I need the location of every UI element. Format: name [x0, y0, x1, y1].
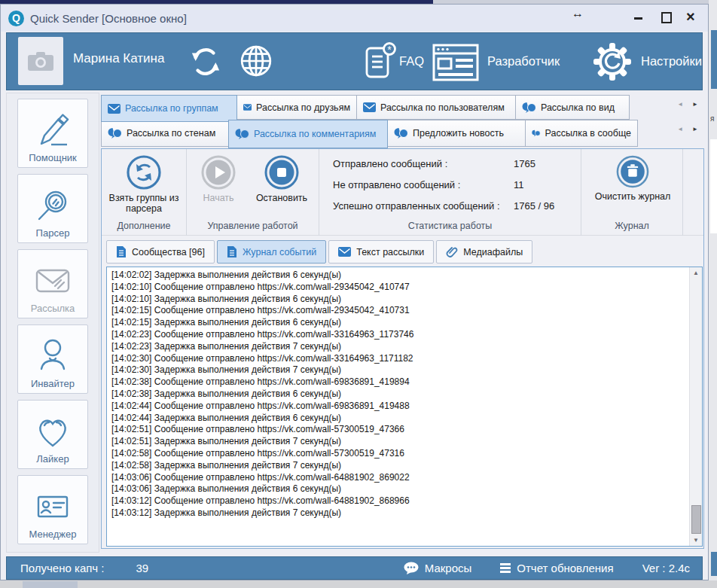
stat-success-value: 1765 / 96 — [514, 200, 554, 212]
log-scrollbar[interactable]: ▲ ▼ — [689, 267, 702, 546]
account-name: Марина Катина — [73, 51, 164, 66]
speech-bubble-icon — [404, 562, 419, 574]
tab-row-1: Рассылка по группам Рассылка по друзьям … — [101, 95, 704, 122]
avatar[interactable] — [18, 37, 63, 85]
maximize-button[interactable] — [661, 12, 672, 23]
subtab-label: Медиафайлы — [463, 247, 523, 257]
chat-bubbles-icon — [108, 128, 122, 139]
envelope-icon — [33, 261, 72, 300]
gear-icon — [592, 41, 633, 82]
tab-mailing-video[interactable]: Рассылка по вид — [515, 95, 630, 120]
subtab-media-files[interactable]: Медиафайлы — [436, 240, 532, 264]
sidebar-item-helper[interactable]: Помощник — [17, 99, 88, 168]
log-line: [14:02:10] Задержка выполнения действия … — [111, 294, 688, 306]
tab-label: Рассылка по группам — [125, 103, 218, 114]
sidebar-label: Парсер — [36, 227, 70, 239]
stop-label: Остановить — [256, 193, 307, 203]
captcha-count: 39 — [136, 562, 149, 574]
sub-tab-bar: Сообщества [96] Журнал событий Текст рас… — [106, 240, 532, 264]
right-edge-text-fragment: я — [710, 114, 714, 123]
log-line: [14:02:58] Задержка выполнения действия … — [111, 460, 688, 472]
sidebar-item-manager[interactable]: Менеджер — [17, 475, 88, 544]
group-label-journal: Журнал — [581, 221, 682, 231]
stat-sent-value: 1765 — [514, 158, 535, 169]
status-bar: Получено капч : 39 Макросы Отчет обновле… — [6, 556, 703, 580]
title-bar: Q Quick Sender [Основное окно] ↔ × — [1, 5, 708, 32]
captcha-label: Получено капч : — [20, 562, 105, 574]
sidebar-item-inviter[interactable]: Инвайтер — [17, 324, 88, 394]
log-line: [14:02:10] Сообщение отправлено https://… — [111, 282, 688, 294]
log-line: [14:02:44] Задержка выполнения действия … — [111, 413, 688, 425]
globe-button[interactable] — [239, 44, 273, 78]
log-line: [14:02:58] Сообщение отправлено https://… — [111, 448, 688, 460]
start-button[interactable]: Начать — [190, 155, 247, 203]
tab-mailing-communities[interactable]: Рассылка в сообще — [525, 120, 638, 147]
scroll-left-icon[interactable]: ◄ — [677, 126, 683, 133]
scroll-right-icon[interactable]: ► — [692, 101, 698, 108]
log-line: [14:02:15] Сообщение отправлено https://… — [111, 305, 688, 317]
tab-suggest-news[interactable]: Предложить новость — [387, 120, 526, 147]
scroll-down-icon[interactable]: ▼ — [690, 537, 702, 544]
close-button[interactable]: × — [686, 8, 695, 26]
log-line: [14:02:15] Задержка выполнения действия … — [111, 317, 688, 329]
ribbon-group-stats: Отправлено сообщений : 1765 Не отправлен… — [319, 149, 581, 236]
scrollbar-thumb[interactable] — [691, 505, 701, 534]
trash-icon — [616, 155, 649, 188]
chat-bubbles-icon — [394, 128, 408, 139]
resize-icon[interactable]: ↔ — [572, 7, 584, 20]
settings-label[interactable]: Настройки — [641, 54, 702, 69]
bottom-edge-background — [0, 580, 717, 588]
tab-mailing-friends[interactable]: Рассылка по друзьям — [236, 95, 357, 120]
log-line: [14:02:51] Задержка выполнения действия … — [111, 436, 688, 448]
refresh-icon — [190, 46, 221, 78]
tab-mailing-users[interactable]: Рассылка по пользователям — [356, 95, 516, 120]
log-line: [14:02:44] Сообщение отправлено https://… — [111, 401, 688, 413]
update-report-button[interactable]: Отчет обновления — [500, 562, 613, 574]
tab-mailing-comments[interactable]: Рассылка по комментариям — [228, 120, 388, 148]
settings-button[interactable] — [592, 41, 633, 82]
scroll-left-icon[interactable]: ◄ — [677, 101, 683, 108]
stat-sent-label: Отправлено сообщений : — [333, 158, 447, 169]
clear-log-label: Очистить журнал — [595, 191, 671, 202]
faq-label[interactable]: FAQ — [399, 54, 424, 69]
stop-icon — [264, 155, 299, 190]
sidebar-item-parser[interactable]: Парсер — [17, 174, 88, 243]
log-line: [14:03:06] Задержка выполнения действия … — [111, 483, 688, 495]
stop-button[interactable]: Остановить — [247, 155, 316, 203]
envelope-icon — [338, 247, 351, 257]
take-groups-button[interactable]: Взять группы из парсера — [105, 155, 183, 215]
clear-log-button[interactable]: Очистить журнал — [593, 155, 672, 202]
sidebar-item-liker[interactable]: Лайкер — [17, 400, 88, 469]
tab-mailing-walls[interactable]: Рассылка по стенам — [101, 120, 229, 147]
event-log: [14:02:02] Задержка выполнения действия … — [106, 267, 703, 547]
tab-scroll-arrows: ◄ ► — [677, 95, 704, 108]
ribbon-group-control: Начать Остановить Управление работой — [187, 149, 319, 236]
log-line: [14:03:12] Задержка выполнения действия … — [111, 507, 688, 519]
subtab-communities[interactable]: Сообщества [96] — [106, 240, 215, 264]
ribbon: Взять группы из парсера Дополнение Начат… — [102, 149, 703, 236]
minimize-button[interactable] — [634, 17, 642, 20]
subtab-event-log[interactable]: Журнал событий — [217, 240, 326, 264]
developer-label[interactable]: Разработчик — [487, 54, 560, 69]
tab-mailing-groups[interactable]: Рассылка по группам — [101, 95, 237, 122]
app-window: Q Quick Sender [Основное окно] ↔ × Марин… — [0, 4, 709, 580]
globe-icon — [239, 44, 273, 78]
refresh-button[interactable] — [190, 46, 221, 78]
log-line: [14:03:12] Сообщение отправлено https://… — [111, 495, 688, 507]
log-line: [14:03:06] Сообщение отправлено https://… — [111, 472, 688, 484]
subtab-label: Сообщества [96] — [132, 247, 205, 257]
right-edge-blue-block-bottom — [711, 552, 717, 576]
scroll-up-icon[interactable]: ▲ — [690, 270, 702, 276]
faq-button[interactable]: * — [365, 42, 396, 81]
subtab-label: Текст рассылки — [356, 247, 424, 257]
macros-button[interactable]: Макросы — [404, 562, 472, 574]
macros-label: Макросы — [425, 562, 472, 574]
developer-button[interactable] — [432, 44, 479, 81]
envelope-icon — [363, 102, 376, 112]
subtab-mailing-text[interactable]: Текст рассылки — [328, 240, 434, 264]
faq-document-icon: * — [365, 42, 396, 81]
sidebar-item-mailing[interactable]: Рассылка — [17, 249, 88, 318]
chat-bubbles-icon — [235, 129, 249, 139]
scroll-right-icon[interactable]: ► — [692, 126, 698, 133]
refresh-circle-icon — [127, 155, 161, 190]
